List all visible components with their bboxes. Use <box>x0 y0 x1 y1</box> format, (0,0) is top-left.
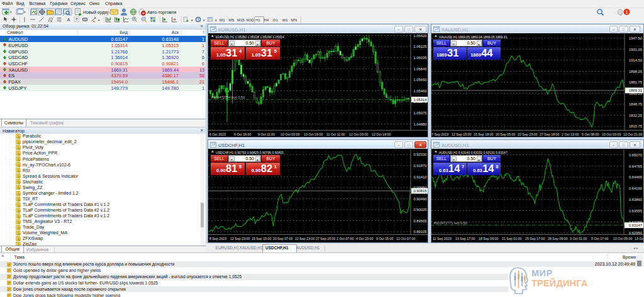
svg-text:10 Oct 09:00: 10 Oct 09:00 <box>613 237 632 240</box>
svg-text:8 Sep 2023: 8 Sep 2023 <box>209 237 226 240</box>
svg-text:T: T <box>75 17 78 21</box>
svg-text:1: 1 <box>625 9 628 15</box>
svg-text:1.04880: 1.04880 <box>414 122 427 126</box>
svg-text:20 Sep 07:00: 20 Sep 07:00 <box>273 237 293 240</box>
svg-text:22 Sep 23:00: 22 Sep 23:00 <box>295 237 315 240</box>
svg-text:0.65070: 0.65070 <box>629 153 642 157</box>
svg-text:13 Oct 01:00: 13 Oct 01:00 <box>635 237 643 240</box>
svg-text:6 Oct 2023: 6 Oct 2023 <box>209 132 226 136</box>
svg-text:f: f <box>60 21 60 23</box>
svg-text:12 Oct 07:00: 12 Oct 07:00 <box>396 237 415 240</box>
svg-text:0.90490: 0.90490 <box>414 197 427 201</box>
svg-text:12 Oct 03:00: 12 Oct 03:00 <box>349 132 368 136</box>
svg-text:0.64160: 0.64160 <box>629 186 642 190</box>
svg-text:12 Sep 23:00: 12 Sep 23:00 <box>230 237 250 240</box>
svg-text:2 Oct 07:00: 2 Oct 07:00 <box>336 237 353 240</box>
svg-text:1.05460: 1.05460 <box>414 89 427 93</box>
svg-text:3 Oct 01:00: 3 Oct 01:00 <box>570 237 587 240</box>
svg-text:18 Sep 09:00: 18 Sep 09:00 <box>479 237 499 240</box>
svg-text:6 Oct 19:00: 6 Oct 19:00 <box>234 132 251 136</box>
svg-text:22 Sep 23:00: 22 Sep 23:00 <box>518 132 538 136</box>
svg-text:#103472771 sell 0.50: #103472771 sell 0.50 <box>434 221 467 225</box>
svg-text:13 Sep 17:00: 13 Sep 17:00 <box>455 237 475 240</box>
svg-text:#103472754 buy 0.50: #103472754 buy 0.50 <box>211 95 245 99</box>
svg-text:0.89105: 0.89105 <box>414 230 427 234</box>
svg-text:21 Sep 01:00: 21 Sep 01:00 <box>502 237 522 240</box>
svg-text:0.62950: 0.62950 <box>629 231 642 235</box>
svg-text:10 Oct 03:00: 10 Oct 03:00 <box>602 132 621 136</box>
svg-text:4 Oct 23:00: 4 Oct 23:00 <box>356 237 373 240</box>
svg-text:1869.31: 1869.31 <box>629 89 642 92</box>
svg-text:9 Oct 15:00: 9 Oct 15:00 <box>376 237 393 240</box>
svg-text:0.63860: 0.63860 <box>629 198 642 202</box>
svg-text:20 Sep 05:00: 20 Sep 05:00 <box>496 132 516 136</box>
svg-text:0.90815: 0.90815 <box>414 189 427 193</box>
svg-text:1815.75: 1815.75 <box>629 124 642 128</box>
svg-text:2 Oct 13:00: 2 Oct 13:00 <box>562 132 579 136</box>
svg-text:1947.50: 1947.50 <box>629 36 642 40</box>
svg-text:1898.25: 1898.25 <box>629 70 642 73</box>
svg-text:USDCHF,H1 0.90793 0.90825 0.9: USDCHF,H1 0.90793 0.90825 0.90786 0.9081… <box>216 151 284 154</box>
svg-text:1.06035: 1.06035 <box>414 56 427 60</box>
svg-text:1.05650: 1.05650 <box>414 78 427 82</box>
svg-text:e: e <box>51 20 52 23</box>
svg-text:10 Oct 19:00: 10 Oct 19:00 <box>304 132 323 136</box>
svg-text:0.90025: 0.90025 <box>414 208 427 212</box>
svg-text:9 Oct 11:00: 9 Oct 11:00 <box>258 132 275 136</box>
svg-text:EURUSD,H1 1.05280 1.05328 1.0: EURUSD,H1 1.05280 1.05328 1.05266 1.0531… <box>216 35 284 39</box>
svg-text:XAUUSD,H1 1869.05 1869.04 186: XAUUSD,H1 1869.05 1869.04 1869.05 1869.3… <box>439 35 508 39</box>
svg-text:0.92330: 0.92330 <box>414 153 427 156</box>
svg-text:0.91870: 0.91870 <box>414 164 427 168</box>
svg-text:0.89565: 0.89565 <box>414 219 427 223</box>
svg-text:1848.75: 1848.75 <box>629 102 642 106</box>
svg-text:1881.75: 1881.75 <box>629 80 642 84</box>
svg-text:0.63147: 0.63147 <box>629 224 642 227</box>
svg-text:12 Oct 21:00: 12 Oct 21:00 <box>623 132 642 136</box>
svg-text:28 Sep 09:00: 28 Sep 09:00 <box>548 237 568 240</box>
svg-text:27 Sep 15:00: 27 Sep 15:00 <box>316 237 336 240</box>
svg-text:0.64465: 0.64465 <box>629 175 642 179</box>
svg-text:15 Sep 15:00: 15 Sep 15:00 <box>252 237 272 240</box>
svg-text:27 Sep 18:00: 27 Sep 18:00 <box>540 132 560 136</box>
svg-text:0.63555: 0.63555 <box>629 209 642 213</box>
svg-text:AUDUSD,H1 0.63140 0.63151 0.6: AUDUSD,H1 0.63140 0.63151 0.63131 0.6314… <box>439 151 508 154</box>
svg-text:1.05840: 1.05840 <box>414 67 427 71</box>
svg-text:11 Oct 11:00: 11 Oct 11:00 <box>326 132 345 136</box>
svg-text:1.05314: 1.05314 <box>414 98 428 102</box>
svg-text:10 Oct 03:00: 10 Oct 03:00 <box>280 132 299 136</box>
svg-text:12 Oct 19:00: 12 Oct 19:00 <box>372 132 391 136</box>
svg-text:1931.00: 1931.00 <box>629 48 642 51</box>
svg-text:25 Sep 17:00: 25 Sep 17:00 <box>525 237 545 240</box>
svg-text:1.05075: 1.05075 <box>414 111 427 115</box>
svg-text:1832.25: 1832.25 <box>629 114 642 117</box>
svg-text:1.06225: 1.06225 <box>414 45 427 48</box>
svg-text:5 Oct 08:00: 5 Oct 08:00 <box>582 132 599 136</box>
svg-text:7 Sep 2023: 7 Sep 2023 <box>431 132 448 136</box>
svg-text:A: A <box>67 17 70 23</box>
svg-text:1.06420: 1.06420 <box>414 34 427 38</box>
svg-text:0.91410: 0.91410 <box>414 175 427 179</box>
svg-text:12 Sep 15:00: 12 Sep 15:00 <box>452 132 472 136</box>
svg-text:0.64765: 0.64765 <box>629 165 642 168</box>
svg-text:5 Oct 17:00: 5 Oct 17:00 <box>591 237 608 240</box>
svg-text:11 Sep 2023: 11 Sep 2023 <box>433 237 452 240</box>
svg-text:15 Sep 18:00: 15 Sep 18:00 <box>474 132 494 136</box>
svg-text:1914.50: 1914.50 <box>629 58 642 62</box>
